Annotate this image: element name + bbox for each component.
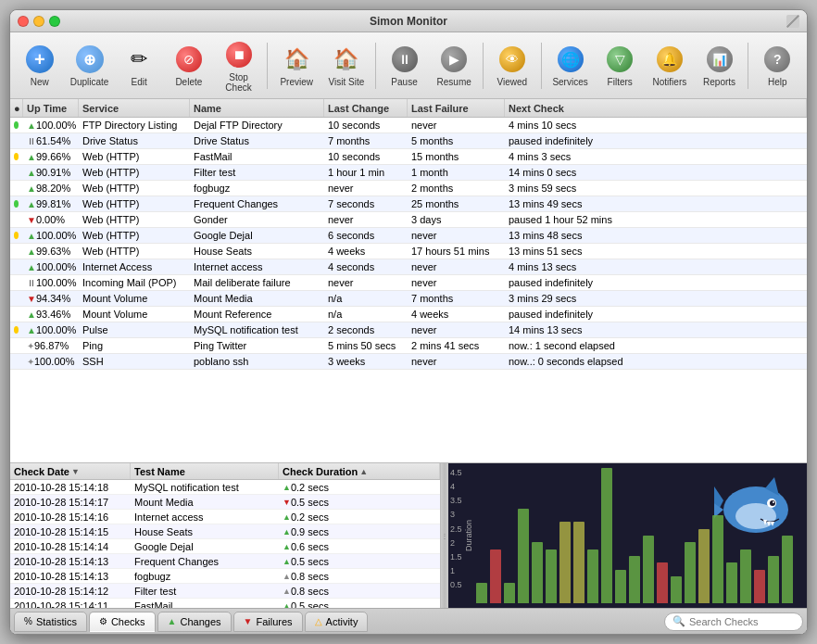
col-uptime[interactable]: Up Time (23, 99, 79, 117)
resize-handle[interactable] (786, 15, 799, 28)
bcol-date[interactable]: Check Date ▼ (10, 463, 131, 479)
titlebar: Simon Monitor (10, 10, 807, 32)
bcol-testname[interactable]: Test Name (131, 463, 279, 479)
visit-site-button[interactable]: 🏠 Visit Site (322, 38, 371, 94)
col-name[interactable]: Name (190, 99, 324, 117)
trend-icon: ▲ (27, 262, 36, 272)
col-next-check[interactable]: Next Check (505, 99, 807, 117)
btd-testname: Mount Media (131, 497, 279, 508)
table-row[interactable]: ▲ 100.00% Web (HTTP) Google Dejal 6 seco… (10, 228, 807, 244)
table-row[interactable]: ▼ 94.34% Mount Volume Mount Media n/a 7 … (10, 291, 807, 307)
chart-bar (615, 570, 626, 604)
tab-checks[interactable]: ⚙ Checks (89, 612, 156, 632)
td-uptime: ▼ 0.00% (23, 212, 79, 227)
td-uptime: ▲ 100.00% (23, 118, 79, 133)
bottom-table-row[interactable]: 2010-10-28 15:14:18 MySQL notification t… (10, 480, 440, 495)
chart-bar (504, 583, 515, 603)
stop-check-button[interactable]: ⏹ Stop Check (215, 38, 263, 94)
new-button[interactable]: + New (16, 38, 64, 94)
resume-button[interactable]: ▶ Resume (430, 38, 478, 94)
maximize-button[interactable] (49, 16, 60, 27)
bottom-table-row[interactable]: 2010-10-28 15:14:12 Filter test ▲ 0.8 se… (10, 584, 440, 599)
resume-icon: ▶ (438, 44, 470, 75)
viewed-icon: 👁 (496, 44, 528, 75)
services-globe-icon: 🌐 (558, 46, 584, 72)
toolbar: + New ⊕ Duplicate ✏ Edit ⊘ Delete ⏹ (10, 32, 807, 99)
viewed-button[interactable]: 👁 Viewed (488, 38, 536, 94)
search-box[interactable]: 🔍 (664, 612, 803, 631)
pane-divider[interactable]: ⋮ (441, 463, 448, 608)
td-service: Internet Access (79, 259, 190, 274)
edit-button[interactable]: ✏ Edit (115, 38, 163, 94)
table-row[interactable]: ▲ 90.91% Web (HTTP) Filter test 1 hour 1… (10, 165, 807, 181)
td-next-check: paused indefinitely (505, 275, 807, 290)
filters-button[interactable]: ▽ Filters (596, 38, 644, 94)
help-button[interactable]: ? Help (753, 38, 801, 94)
trend-icon: ▲ (27, 325, 36, 335)
pause-button[interactable]: ⏸ Pause (381, 38, 429, 94)
reports-circle-icon: 📊 (707, 46, 733, 72)
close-button[interactable] (18, 16, 29, 27)
bottom-table-row[interactable]: 2010-10-28 15:14:14 Google Dejal ▲ 0.6 s… (10, 539, 440, 554)
preview-button[interactable]: 🏠 Preview (272, 38, 321, 94)
bottom-table-header: Check Date ▼ Test Name Check Duration ▲ (10, 463, 440, 480)
changes-icon: ▲ (168, 616, 177, 626)
changes-label: Changes (181, 616, 221, 627)
minimize-button[interactable] (33, 16, 44, 27)
chart-bar (573, 522, 584, 603)
bottom-table-row[interactable]: 2010-10-28 15:14:13 Frequent Changes ▲ 0… (10, 554, 440, 569)
chart-bar (685, 542, 696, 603)
duplicate-button[interactable]: ⊕ Duplicate (66, 38, 114, 94)
bcol-duration[interactable]: Check Duration ▲ (279, 463, 440, 479)
tab-activity[interactable]: △ Activity (305, 612, 369, 632)
col-last-failure[interactable]: Last Failure (408, 99, 505, 117)
td-uptime: ✦ 96.87% (23, 338, 79, 353)
table-row[interactable]: ▲ 93.46% Mount Volume Mount Reference n/… (10, 307, 807, 322)
td-uptime: ▲ 100.00% (23, 228, 79, 243)
separator-3 (483, 43, 484, 89)
bottom-table-row[interactable]: 2010-10-28 15:14:13 fogbugz ▲ 0.8 secs (10, 569, 440, 584)
chart-bar (532, 542, 543, 603)
table-row[interactable]: ▲ 100.00% Internet Access Internet acces… (10, 259, 807, 275)
table-row[interactable]: ✦ 100.00% SSH poblano ssh 3 weeks never … (10, 354, 807, 370)
td-status (10, 196, 23, 211)
trend-icon: ▲ (283, 572, 291, 581)
chart-bar (671, 576, 682, 603)
status-dot (14, 232, 19, 239)
separator-4 (541, 43, 542, 89)
delete-circle-icon: ⊘ (176, 46, 202, 72)
services-button[interactable]: 🌐 Services (547, 38, 595, 94)
bottom-table-row[interactable]: 2010-10-28 15:14:15 House Seats ▲ 0.9 se… (10, 524, 440, 539)
reports-button[interactable]: 📊 Reports (696, 38, 744, 94)
tab-failures[interactable]: ▼ Failures (233, 612, 303, 632)
search-input[interactable] (689, 616, 795, 627)
delete-button[interactable]: ⊘ Delete (165, 38, 213, 94)
duplicate-label: Duplicate (70, 77, 109, 87)
bottom-table-row[interactable]: 2010-10-28 15:14:11 FastMail ▲ 0.5 secs (10, 599, 440, 608)
notifiers-button[interactable]: 🔔 Notifiers (646, 38, 694, 94)
table-row[interactable]: ▲ 98.20% Web (HTTP) fogbugz never 2 mont… (10, 181, 807, 196)
col-service[interactable]: Service (79, 99, 190, 117)
td-status (10, 322, 23, 337)
td-status (10, 354, 23, 369)
td-last-change: n/a (324, 307, 408, 322)
table-row[interactable]: ▼ 0.00% Web (HTTP) Gonder never 3 days p… (10, 212, 807, 228)
table-row[interactable]: ⏸ 100.00% Incoming Mail (POP) Mail delib… (10, 275, 807, 291)
bottom-table-row[interactable]: 2010-10-28 15:14:16 Internet access ▲ 0.… (10, 510, 440, 524)
table-row[interactable]: ⏸ 61.54% Drive Status Drive Status 7 mon… (10, 133, 807, 149)
col-last-change[interactable]: Last Change (324, 99, 408, 117)
tab-changes[interactable]: ▲ Changes (157, 612, 232, 632)
btd-duration: ▼ 0.5 secs (279, 497, 440, 508)
table-row[interactable]: ▲ 100.00% Pulse MySQL notification test … (10, 322, 807, 338)
tab-statistics[interactable]: % Statistics (14, 612, 87, 632)
bottom-table-row[interactable]: 2010-10-28 15:14:17 Mount Media ▼ 0.5 se… (10, 495, 440, 510)
td-last-change: 7 seconds (324, 196, 408, 211)
td-last-change: 7 months (324, 133, 408, 148)
table-row[interactable]: ▲ 99.81% Web (HTTP) Frequent Changes 7 s… (10, 196, 807, 212)
table-row[interactable]: ▲ 99.66% Web (HTTP) FastMail 10 seconds … (10, 149, 807, 165)
table-row[interactable]: ✦ 96.87% Ping Ping Twitter 5 mins 50 sec… (10, 338, 807, 354)
y-axis-label: Duration (464, 520, 473, 551)
table-row[interactable]: ▲ 100.00% FTP Directory Listing Dejal FT… (10, 118, 807, 133)
btd-duration: ▲ 0.9 secs (279, 526, 440, 537)
table-row[interactable]: ▲ 99.63% Web (HTTP) House Seats 4 weeks … (10, 244, 807, 259)
